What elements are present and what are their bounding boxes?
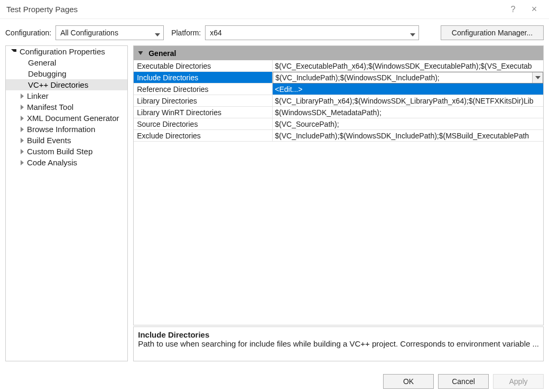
tree-item-browse-information[interactable]: Browse Information	[6, 124, 127, 135]
property-name: Exclude Directories	[134, 130, 273, 141]
chevron-down-icon	[155, 30, 160, 38]
help-button[interactable]: ?	[503, 5, 524, 14]
tree-item-debugging[interactable]: Debugging	[6, 68, 127, 79]
property-name: Library WinRT Directories	[134, 107, 273, 118]
configuration-value: All Configurations	[60, 29, 118, 37]
property-row[interactable]: Library Directories$(VC_LibraryPath_x64)…	[134, 95, 543, 107]
tree-item-label: Custom Build Step	[27, 147, 92, 156]
group-header-label: General	[148, 49, 176, 58]
configuration-manager-button[interactable]: Configuration Manager...	[441, 25, 544, 40]
footer: OK Cancel Apply	[383, 374, 544, 389]
tree-panel: Configuration Properties GeneralDebuggin…	[5, 45, 128, 361]
expand-open-icon	[11, 49, 16, 52]
property-row[interactable]: Executable Directories$(VC_ExecutablePat…	[134, 60, 543, 72]
description-text: Path to use when searching for include f…	[138, 339, 539, 348]
tree-item-general[interactable]: General	[6, 57, 127, 68]
tree-item-xml-document-generator[interactable]: XML Document Generator	[6, 113, 127, 124]
expand-closed-icon	[21, 105, 24, 110]
property-name: Include Directories	[134, 72, 273, 83]
property-row[interactable]: Exclude Directories$(VC_IncludePath);$(W…	[134, 130, 543, 142]
property-name: Reference Directories	[134, 83, 273, 95]
tree-item-label: Linker	[27, 91, 49, 100]
tree-item-label: VC++ Directories	[28, 80, 88, 89]
tree-item-label: Manifest Tool	[27, 102, 73, 111]
tree-item-custom-build-step[interactable]: Custom Build Step	[6, 146, 127, 157]
property-name: Library Directories	[134, 95, 273, 106]
expand-closed-icon	[21, 138, 24, 143]
tree-item-linker[interactable]: Linker	[6, 90, 127, 101]
expand-closed-icon	[21, 94, 24, 99]
property-row[interactable]: Source Directories$(VC_SourcePath);	[134, 118, 543, 130]
tree-item-label: Build Events	[27, 136, 71, 145]
tree-item-vc-directories[interactable]: VC++ Directories	[6, 79, 127, 90]
property-value[interactable]: $(VC_LibraryPath_x64);$(WindowsSDK_Libra…	[273, 95, 543, 106]
property-value[interactable]: $(VC_ExecutablePath_x64);$(WindowsSDK_Ex…	[273, 60, 543, 71]
property-name: Source Directories	[134, 118, 273, 129]
cancel-button[interactable]: Cancel	[438, 374, 489, 389]
tree-root[interactable]: Configuration Properties	[6, 46, 127, 57]
close-button[interactable]: ×	[524, 4, 545, 15]
property-value[interactable]: $(VC_SourcePath);	[273, 118, 543, 129]
configuration-combo[interactable]: All Configurations	[55, 25, 164, 40]
group-header[interactable]: General	[134, 46, 543, 60]
tree-item-label: Code Analysis	[27, 158, 77, 167]
configuration-label: Configuration:	[5, 29, 51, 37]
ok-button[interactable]: OK	[383, 374, 434, 389]
platform-label: Platform:	[171, 29, 201, 37]
tree-item-label: General	[28, 58, 56, 67]
platform-value: x64	[210, 29, 222, 37]
platform-combo[interactable]: x64	[205, 25, 419, 40]
property-grid: General Executable Directories$(VC_Execu…	[133, 45, 544, 325]
property-row[interactable]: Reference Directories<Edit...>	[134, 83, 543, 95]
window-title: Test Property Pages	[4, 5, 503, 14]
dropdown-button[interactable]	[532, 72, 543, 83]
expand-closed-icon	[21, 116, 24, 121]
config-row: Configuration: All Configurations Platfo…	[0, 19, 549, 45]
property-value[interactable]: $(VC_IncludePath);$(WindowsSDK_IncludePa…	[273, 130, 543, 141]
tree-item-label: XML Document Generator	[27, 114, 119, 123]
tree-item-build-events[interactable]: Build Events	[6, 135, 127, 146]
tree-item-label: Debugging	[28, 69, 67, 78]
chevron-down-icon	[535, 76, 541, 79]
property-value[interactable]: <Edit...>	[273, 83, 543, 95]
tree-item-manifest-tool[interactable]: Manifest Tool	[6, 101, 127, 113]
tree-root-label: Configuration Properties	[20, 47, 105, 56]
expand-closed-icon	[21, 149, 24, 154]
chevron-down-icon	[410, 30, 415, 38]
property-value[interactable]: $(VC_IncludePath);$(WindowsSDK_IncludePa…	[273, 72, 543, 83]
titlebar: Test Property Pages ? ×	[0, 0, 549, 19]
apply-button[interactable]: Apply	[493, 374, 544, 389]
chevron-down-icon	[138, 51, 143, 55]
expand-closed-icon	[21, 127, 24, 132]
tree-item-label: Browse Information	[27, 125, 95, 134]
property-value[interactable]: $(WindowsSDK_MetadataPath);	[273, 107, 543, 118]
property-row[interactable]: Include Directories$(VC_IncludePath);$(W…	[134, 72, 543, 83]
property-row[interactable]: Library WinRT Directories$(WindowsSDK_Me…	[134, 107, 543, 118]
expand-closed-icon	[21, 160, 24, 165]
tree-item-code-analysis[interactable]: Code Analysis	[6, 157, 127, 168]
property-name: Executable Directories	[134, 60, 273, 71]
description-panel: Include Directories Path to use when sea…	[133, 326, 544, 361]
description-name: Include Directories	[138, 330, 539, 339]
